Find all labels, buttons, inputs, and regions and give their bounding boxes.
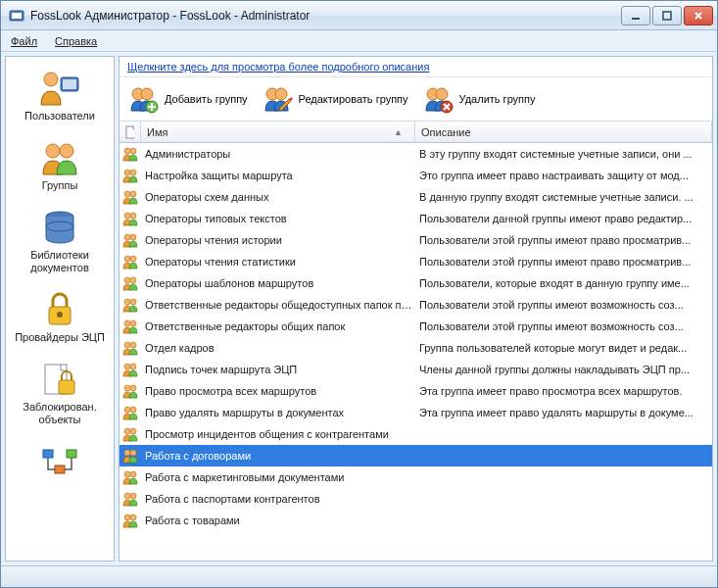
- database-icon: [36, 208, 83, 247]
- column-name[interactable]: Имя ▲: [141, 122, 415, 142]
- svg-rect-3: [663, 12, 671, 20]
- edit-group-button[interactable]: Редактировать группу: [260, 81, 416, 117]
- column-desc[interactable]: Описание: [415, 122, 712, 142]
- sidebar-item-label: Пользователи: [24, 110, 95, 122]
- svg-point-27: [124, 148, 130, 154]
- table-row[interactable]: Отдел кадровГруппа пользователей которые…: [120, 337, 712, 359]
- group-icon: [120, 340, 141, 356]
- sidebar-item-group-icon[interactable]: Группы: [6, 132, 114, 202]
- table-row[interactable]: Настройка защиты маршрутаЭто группа имее…: [120, 165, 712, 186]
- group-icon: [120, 513, 141, 528]
- table-row[interactable]: Работа с товарами: [120, 510, 712, 531]
- toolbar: Добавить группу Редактировать груп: [120, 77, 712, 122]
- table-row[interactable]: Операторы чтения историиПользователи это…: [120, 229, 712, 251]
- group-icon: [120, 189, 141, 205]
- menu-help[interactable]: Справка: [49, 33, 103, 49]
- table-row[interactable]: Право удалять маршруты в документахЭта г…: [120, 402, 712, 423]
- row-name: Работа с паспортами контрагентов: [141, 493, 415, 505]
- group-icon: [120, 254, 141, 270]
- info-link[interactable]: Щелкните здесь для просмотра более подро…: [120, 57, 712, 77]
- row-name: Операторы шаблонов маршрутов: [141, 277, 415, 289]
- column-icon[interactable]: [120, 122, 141, 142]
- group-icon: [120, 275, 141, 291]
- svg-point-34: [130, 213, 136, 219]
- app-icon: [9, 8, 24, 24]
- sidebar: ПользователиГруппыБиблиотеки документовП…: [5, 56, 115, 562]
- add-group-button[interactable]: Добавить группу: [125, 81, 256, 117]
- table-row[interactable]: Работа с паспортами контрагентов: [120, 488, 712, 510]
- lock-icon: [36, 290, 83, 329]
- row-name: Право просмотра всех маршрутов: [141, 385, 415, 397]
- window-controls: [621, 6, 713, 25]
- delete-group-button[interactable]: Удалить группу: [420, 81, 544, 117]
- body: ПользователиГруппыБиблиотеки документовП…: [1, 52, 717, 565]
- list-header: Имя ▲ Описание: [120, 122, 712, 143]
- sidebar-item-label: Группы: [42, 179, 78, 192]
- sidebar-item-label: Заблокирован. объекты: [8, 401, 112, 426]
- group-icon: [120, 232, 141, 248]
- svg-point-49: [124, 385, 130, 391]
- main-panel: Щелкните здесь для просмотра более подро…: [119, 56, 713, 562]
- svg-rect-14: [59, 380, 74, 394]
- svg-point-51: [124, 407, 130, 413]
- svg-point-54: [130, 428, 136, 434]
- table-row[interactable]: Работа с маркетинговыми документами: [120, 466, 712, 488]
- table-row[interactable]: Право просмотра всех маршрутовЭта группа…: [120, 380, 712, 402]
- row-name: Настройка защиты маршрута: [141, 170, 415, 181]
- row-name: Просмотр инцидентов общения с контрагент…: [141, 428, 415, 440]
- svg-rect-16: [67, 450, 76, 458]
- table-row[interactable]: Просмотр инцидентов общения с контрагент…: [120, 423, 712, 445]
- sort-asc-icon: ▲: [394, 127, 408, 137]
- sidebar-item-page-lock-icon[interactable]: Заблокирован. объекты: [6, 354, 114, 436]
- sidebar-item-lock-icon[interactable]: Провайдеры ЭЦП: [6, 284, 114, 354]
- row-desc: В эту группу входят системные учетные за…: [415, 148, 712, 160]
- maximize-button[interactable]: [652, 6, 682, 25]
- table-row[interactable]: Подпись точек маршрута ЭЦПЧлены данной г…: [120, 359, 712, 380]
- svg-point-19: [141, 88, 153, 100]
- sidebar-item-users-icon[interactable]: Пользователи: [6, 63, 114, 132]
- close-button[interactable]: [684, 6, 713, 25]
- table-row[interactable]: Ответственные редакторы общих папокПольз…: [120, 316, 712, 337]
- svg-point-24: [436, 88, 448, 100]
- group-icon: [36, 138, 83, 177]
- svg-point-40: [130, 277, 136, 283]
- group-icon: [120, 297, 141, 313]
- svg-point-41: [124, 299, 130, 305]
- menubar: Файл Справка: [1, 30, 717, 52]
- svg-point-44: [130, 320, 136, 326]
- table-row[interactable]: Операторы схем данныхВ данную группу вхо…: [120, 186, 712, 208]
- row-name: Ответственные редакторы общедоступных па…: [141, 299, 415, 311]
- row-name: Подпись точек маршрута ЭЦП: [141, 364, 415, 375]
- sidebar-list: ПользователиГруппыБиблиотеки документовП…: [6, 57, 114, 561]
- app-window: FossLook Администратор - FossLook - Admi…: [0, 0, 718, 588]
- svg-rect-5: [63, 79, 76, 89]
- svg-point-31: [124, 191, 130, 197]
- sidebar-item-label: Провайдеры ЭЦП: [15, 331, 105, 344]
- svg-point-59: [124, 493, 130, 499]
- row-desc: Пользователи, которые входят в данную гр…: [415, 277, 712, 289]
- group-icon: [120, 448, 141, 464]
- group-icon: [120, 211, 141, 226]
- table-row[interactable]: Операторы чтения статистикиПользователи …: [120, 251, 712, 272]
- group-icon: [120, 491, 141, 507]
- minimize-button[interactable]: [621, 6, 650, 25]
- table-row[interactable]: Операторы типовых текстовПользователи да…: [120, 208, 712, 229]
- table-row[interactable]: АдминистраторыВ эту группу входят систем…: [120, 143, 712, 165]
- table-row[interactable]: Ответственные редакторы общедоступных па…: [120, 294, 712, 316]
- svg-point-60: [130, 493, 136, 499]
- table-row[interactable]: Работа с договорами: [120, 445, 712, 466]
- row-name: Ответственные редакторы общих папок: [141, 320, 415, 332]
- window-title: FossLook Администратор - FossLook - Admi…: [30, 9, 621, 23]
- sidebar-item-database-icon[interactable]: Библиотеки документов: [6, 202, 114, 284]
- svg-point-35: [124, 234, 130, 240]
- sidebar-item-tree-icon[interactable]: [6, 436, 114, 493]
- group-icon: [120, 318, 141, 334]
- menu-file[interactable]: Файл: [5, 33, 43, 49]
- svg-point-61: [124, 514, 130, 520]
- table-row[interactable]: Операторы шаблонов маршрутовПользователи…: [120, 272, 712, 294]
- svg-point-30: [130, 170, 136, 175]
- row-desc: Пользователи этой группы имеют возможнос…: [415, 320, 712, 332]
- edit-group-label: Редактировать группу: [299, 93, 408, 105]
- row-name: Администраторы: [141, 148, 415, 160]
- row-desc: Эта группа имеет право удалять маршруты …: [415, 407, 712, 418]
